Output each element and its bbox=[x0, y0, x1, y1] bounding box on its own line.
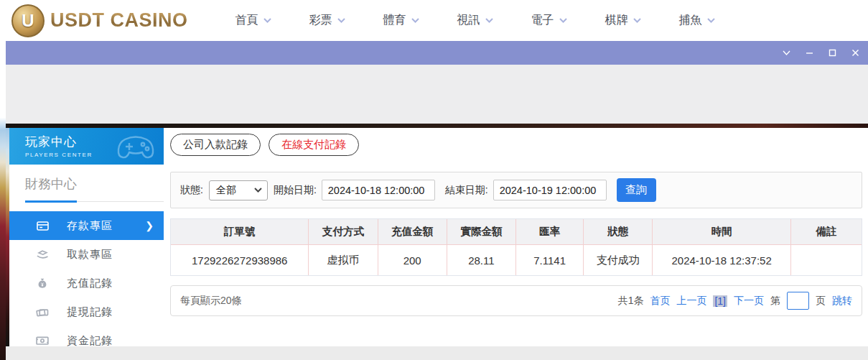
window-close-button[interactable] bbox=[850, 47, 861, 58]
sidebar-item-withdraw[interactable]: 取款專區 bbox=[9, 240, 164, 269]
logo-coin-icon: U bbox=[11, 4, 45, 37]
sidebar-item-funds-records[interactable]: 資金記錄 bbox=[9, 326, 164, 355]
status-label: 狀態: bbox=[180, 184, 203, 197]
cell-exchange-rate: 7.1141 bbox=[516, 245, 584, 275]
page-jump-input[interactable] bbox=[787, 292, 809, 310]
nav-label: 彩票 bbox=[309, 13, 332, 28]
window-maximize-button[interactable] bbox=[827, 47, 838, 58]
sidebar-item-recharge-records[interactable]: 充值記錄 bbox=[9, 269, 164, 297]
background-photo-edge bbox=[0, 41, 6, 360]
payment-records-table: 訂單號 支付方式 充值金額 實際金額 匯率 狀態 時間 備註 172922627… bbox=[170, 218, 862, 276]
close-icon bbox=[851, 48, 860, 57]
window-titlebar bbox=[6, 41, 868, 65]
prev-page-link[interactable]: 上一页 bbox=[676, 295, 706, 308]
col-actual-amount: 實際金額 bbox=[447, 219, 516, 245]
nav-label: 捕魚 bbox=[679, 13, 702, 28]
sidebar: 玩家中心 PLAYERS CENTER 財務中心 bbox=[9, 128, 164, 346]
window-collapse-button[interactable] bbox=[781, 47, 792, 58]
start-date-input[interactable] bbox=[322, 180, 435, 200]
chevron-down-icon bbox=[337, 18, 345, 23]
main-menu: 首頁 彩票 體育 視訊 電子 棋牌 bbox=[235, 13, 715, 28]
col-payment-method: 支付方式 bbox=[309, 219, 378, 245]
cell-recharge-amount: 200 bbox=[378, 245, 447, 275]
total-count-text: 共1条 bbox=[618, 295, 644, 308]
records-panel: 公司入款記錄 在線支付記錄 狀態: 全部 開始日期: 結束日期: 查詢 bbox=[164, 128, 868, 346]
cell-actual-amount: 28.11 bbox=[447, 245, 516, 275]
sidebar-header: 玩家中心 PLAYERS CENTER bbox=[9, 128, 164, 165]
section-underline bbox=[9, 200, 164, 203]
filter-bar: 狀態: 全部 開始日期: 結束日期: 查詢 bbox=[170, 172, 862, 208]
cell-order-number: 1729226272938986 bbox=[171, 245, 309, 275]
moneybag-icon bbox=[35, 276, 50, 290]
chevron-down-icon bbox=[782, 48, 791, 57]
withdraw-hand-icon bbox=[35, 247, 50, 262]
chevron-down-icon bbox=[707, 18, 715, 23]
jump-suffix-label: 页 bbox=[816, 295, 826, 308]
col-remark: 備註 bbox=[791, 219, 862, 245]
finance-center-heading: 財務中心 bbox=[25, 175, 164, 193]
sidebar-item-label: 存款專區 bbox=[67, 219, 113, 233]
nav-item-lottery[interactable]: 彩票 bbox=[309, 13, 345, 28]
first-page-link[interactable]: 首页 bbox=[650, 295, 670, 308]
table-header-row: 訂單號 支付方式 充值金額 實際金額 匯率 狀態 時間 備註 bbox=[171, 219, 862, 245]
sidebar-item-label: 充值記錄 bbox=[67, 277, 113, 290]
logo-text: USDT CASINO bbox=[50, 9, 188, 32]
cell-payment-method: 虚拟币 bbox=[309, 245, 378, 275]
sidebar-menu: 存款專區 ❯ 取款專區 充值記錄 bbox=[9, 211, 164, 355]
sidebar-item-withdrawal-records[interactable]: 提現記錄 bbox=[9, 297, 164, 326]
query-button[interactable]: 查詢 bbox=[617, 178, 656, 202]
nav-label: 首頁 bbox=[235, 13, 258, 28]
page-size-text: 每頁顯示20條 bbox=[180, 295, 242, 308]
banknote-icon bbox=[35, 333, 50, 348]
nav-item-slots[interactable]: 電子 bbox=[531, 13, 567, 28]
cell-time: 2024-10-18 12:37:52 bbox=[653, 245, 790, 275]
col-recharge-amount: 充值金額 bbox=[378, 219, 447, 245]
start-date-label: 開始日期: bbox=[274, 184, 317, 197]
nav-label: 棋牌 bbox=[605, 13, 628, 28]
jump-prefix-label: 第 bbox=[770, 295, 780, 308]
screen: U USDT CASINO 首頁 彩票 體育 視訊 電子 bbox=[0, 0, 868, 360]
nav-label: 電子 bbox=[531, 13, 554, 28]
record-tabs: 公司入款記錄 在線支付記錄 bbox=[170, 134, 862, 156]
tab-company-deposit-records[interactable]: 公司入款記錄 bbox=[170, 134, 261, 156]
maximize-icon bbox=[828, 48, 837, 57]
wallet-notes-icon bbox=[35, 305, 50, 319]
col-order-number: 訂單號 bbox=[171, 219, 309, 245]
nav-item-sports[interactable]: 體育 bbox=[383, 13, 419, 28]
window-minimize-button[interactable] bbox=[804, 47, 815, 58]
chevron-down-icon bbox=[263, 18, 271, 23]
sidebar-item-label: 取款專區 bbox=[67, 248, 113, 262]
tab-online-payment-records[interactable]: 在線支付記錄 bbox=[269, 134, 359, 156]
nav-item-fishing[interactable]: 捕魚 bbox=[679, 13, 715, 28]
site-logo[interactable]: U USDT CASINO bbox=[11, 4, 188, 37]
sidebar-item-label: 資金記錄 bbox=[67, 334, 113, 348]
logo-letter: U bbox=[22, 11, 34, 31]
end-date-label: 結束日期: bbox=[445, 184, 488, 197]
gamepad-icon bbox=[115, 132, 157, 161]
col-exchange-rate: 匯率 bbox=[516, 219, 584, 245]
chevron-down-icon bbox=[254, 188, 262, 193]
nav-item-home[interactable]: 首頁 bbox=[235, 13, 271, 28]
chevron-down-icon bbox=[559, 18, 567, 23]
sidebar-item-label: 提現記錄 bbox=[67, 305, 113, 319]
chevron-down-icon bbox=[633, 18, 641, 23]
next-page-link[interactable]: 下一页 bbox=[734, 295, 764, 308]
col-status: 狀態 bbox=[584, 219, 653, 245]
nav-item-board-games[interactable]: 棋牌 bbox=[605, 13, 641, 28]
chevron-down-icon bbox=[411, 18, 419, 23]
pagination-bar: 每頁顯示20條 共1条 首页 上一页 [1] 下一页 第 页 跳转 bbox=[170, 285, 862, 316]
pagination-controls: 共1条 首页 上一页 [1] 下一页 第 页 跳转 bbox=[618, 292, 852, 310]
jump-button[interactable]: 跳转 bbox=[832, 295, 852, 308]
current-page-indicator: [1] bbox=[713, 295, 727, 307]
status-select-value: 全部 bbox=[216, 184, 236, 197]
site-navbar: U USDT CASINO 首頁 彩票 體育 視訊 電子 bbox=[0, 0, 868, 41]
sidebar-item-deposit[interactable]: 存款專區 ❯ bbox=[9, 211, 164, 240]
end-date-input[interactable] bbox=[493, 180, 607, 200]
nav-label: 視訊 bbox=[457, 13, 480, 28]
status-select[interactable]: 全部 bbox=[209, 180, 268, 200]
cell-status: 支付成功 bbox=[584, 245, 653, 275]
chevron-right-icon: ❯ bbox=[145, 220, 154, 231]
nav-label: 體育 bbox=[383, 13, 406, 28]
table-row: 1729226272938986 虚拟币 200 28.11 7.1141 支付… bbox=[171, 245, 862, 275]
nav-item-live[interactable]: 視訊 bbox=[457, 13, 493, 28]
